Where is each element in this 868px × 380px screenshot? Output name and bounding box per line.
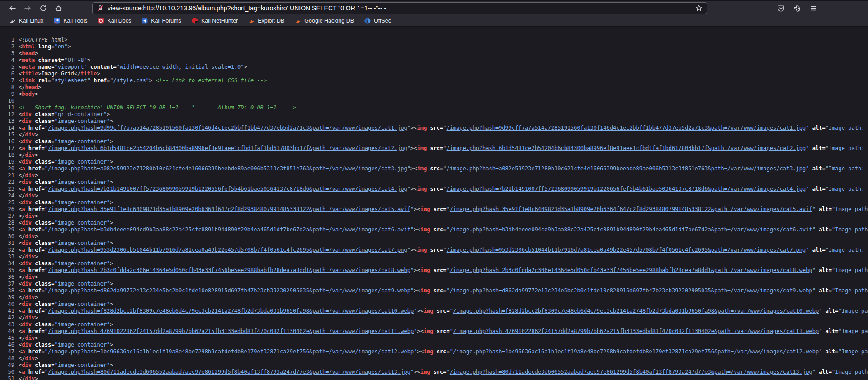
source-link[interactable]: /image.php?hash=a082e59923e71280b10c621c… [48,165,407,172]
source-line: 18</div> [4,152,868,159]
source-link[interactable]: /image.php?hash=d862da99772e13c234e5bc2b… [450,287,812,294]
source-token: href= [28,287,45,294]
back-button[interactable] [5,2,19,14]
source-link[interactable]: /image.php?hash=b3db4eeee094cd9b3aa88c22… [48,226,410,233]
source-link[interactable]: /image.php?hash=47691022862f24157dd2a879… [48,328,414,334]
line-number: 1 [4,37,14,43]
bookmark-label: Kali Docs [107,18,131,24]
bookmark-kali-tools[interactable]: Kali Tools [50,16,91,25]
bookmark-kali-nethunter[interactable]: Kali NetHunter [188,16,241,25]
kali-dragon-icon [9,17,16,24]
source-token: "image-container" [55,321,110,328]
url-text[interactable]: view-source:http://10.10.213.96/album.ph… [108,5,695,12]
source-line: 34<div class="image-container"> [4,260,868,267]
line-number: 28 [4,220,14,226]
source-token: class= [35,362,54,368]
source-link[interactable]: /style.css [113,77,146,84]
home-icon [55,5,62,12]
source-line: 43<div class="image-container"> [4,321,868,328]
source-token: div [25,152,35,158]
source-link[interactable]: /image.php?hash=953d2306cb51044b11b7916d… [447,247,806,253]
source-link[interactable]: /image.php?hash=7b21b1491007ff5723680990… [48,186,407,192]
line-number: 30 [4,233,14,240]
bookmark-kali-docs[interactable]: Kali Docs [94,16,135,25]
source-token: img [417,125,427,131]
source-code-text: <div class="image-container"> [19,321,113,328]
line-number: 32 [4,247,14,253]
source-link[interactable]: /image.php?hash=2b3c0fdda2c306e14364e5d0… [48,267,410,273]
source-code-text: </div> [19,274,38,281]
source-token [434,328,437,334]
source-line: 13<div class="image-container"> [4,118,868,125]
menu-hamburger-icon[interactable] [808,3,818,13]
line-number: 7 [4,77,14,84]
reload-button[interactable] [36,2,50,14]
bookmark-google-hacking-db[interactable]: Google Hacking DB [291,16,358,25]
source-token: img [424,308,434,314]
line-number: 14 [4,125,14,131]
source-token: " [407,247,410,253]
source-link[interactable]: /image.php?hash=7b21b1491007ff5723680990… [447,186,806,192]
source-link[interactable]: /image.php?hash=b3db4eeee094cd9b3aa88c22… [450,226,812,233]
pocket-icon[interactable] [776,3,786,13]
source-token: <!DOCTYPE html> [19,37,67,43]
source-link[interactable]: /image.php?hash=953d2306cb51044b11b7916d… [48,247,407,253]
source-token: > [35,233,38,239]
source-link[interactable]: /image.php?hash=6b1d5481ce2b54204b6cb843… [48,145,407,151]
source-link[interactable]: /image.php?hash=2b3c0fdda2c306e14364e5d0… [450,267,812,273]
source-token: " [45,308,48,314]
source-token: > [35,355,38,361]
source-link[interactable]: /image.php?hash=1bc96636ac16a1b1ec1f19a8… [48,348,414,355]
source-link[interactable]: /image.php?hash=35e91f1e8c6409821d35a1b8… [450,206,812,212]
extensions-puzzle-icon[interactable] [792,3,802,13]
source-token: href= [28,308,45,314]
source-token [25,165,28,172]
source-link[interactable]: /image.php?hash=9d99cff7a7a514a728519156… [447,125,806,131]
insecure-lock-icon[interactable] [96,4,104,12]
source-token: img [417,186,427,192]
source-link[interactable]: /image.php?hash=80d711adecde3d606552aaba… [450,369,812,375]
line-number: 16 [4,138,14,145]
source-code-text: <a href="/image.php?hash=953d2306cb51044… [19,247,868,253]
source-line: 28<div class="image-container"> [4,220,868,226]
source-token [25,308,28,314]
source-link[interactable]: /image.php?hash=6b1d5481ce2b54204b6cb843… [447,145,806,151]
source-token [430,369,433,375]
bookmark-offsec[interactable]: OffSec [360,16,395,25]
source-token: > [35,213,38,219]
source-token: lang= [38,43,54,50]
bookmark-star-icon[interactable] [695,4,703,12]
source-token: "image-container" [55,159,110,165]
source-token: alt= [819,267,832,273]
source-token: src= [430,125,443,131]
source-token [25,287,28,294]
source-link[interactable]: /image.php?hash=1bc96636ac16a1b1ec1f19a8… [453,348,819,355]
source-token: class= [35,111,54,117]
source-link[interactable]: /image.php?hash=47691022862f24157dd2a879… [453,328,819,334]
source-code-text: <div class="image-container"> [19,281,113,287]
source-token: div [25,131,35,138]
source-link[interactable]: /image.php?hash=35e91f1e8c6409821d35a1b8… [48,206,410,212]
source-code-text: </div> [19,131,38,138]
line-number: 44 [4,328,14,335]
source-code-text: </div> [19,172,38,179]
source-link[interactable]: /image.php?hash=f828d2bcc2bf8309c7e48eb6… [48,308,414,314]
bookmark-kali-forums[interactable]: Kali Forums [137,16,185,25]
source-line: 23<a href="/image.php?hash=7b21b1491007f… [4,186,868,192]
source-link[interactable]: /image.php?hash=d862da99772e13c234e5bc2b… [48,287,410,294]
source-token: src= [434,226,447,233]
source-link[interactable]: /image.php?hash=80d711adecde3d606552aaba… [48,369,410,375]
source-link[interactable]: /image.php?hash=9d99cff7a7a514a728519156… [48,125,407,131]
forward-button[interactable] [21,2,34,14]
source-token: > [110,159,113,165]
source-link[interactable]: /image.php?hash=f828d2bcc2bf8309c7e48eb6… [453,308,819,314]
bookmark-exploit-db[interactable]: Exploit-DB [244,16,288,25]
source-token: > [110,118,113,124]
source-link[interactable]: /image.php?hash=a082e59923e71280b10c621c… [447,165,806,172]
url-bar[interactable]: view-source:http://10.10.213.96/album.ph… [92,2,707,14]
bookmark-kali-linux[interactable]: Kali Linux [5,16,47,25]
source-token: < [417,226,420,233]
home-button[interactable] [52,2,65,14]
source-token: title [22,70,38,77]
source-token: div [22,321,32,328]
